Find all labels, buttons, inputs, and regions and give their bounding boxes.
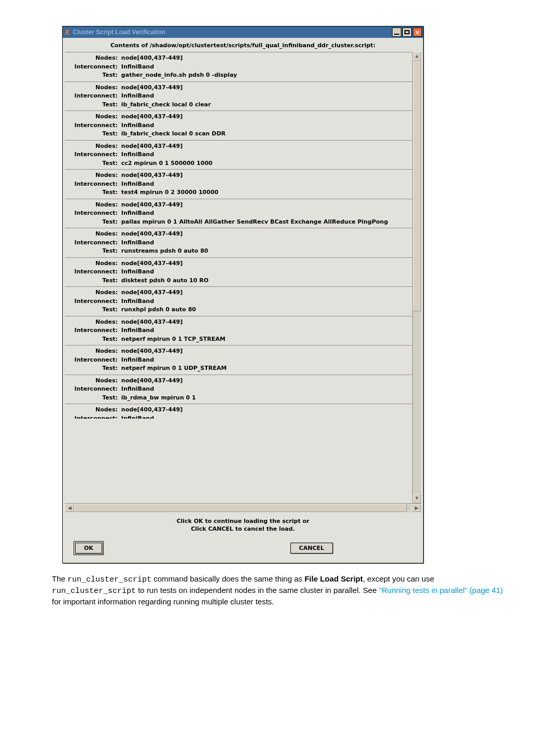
horizontal-scrollbar[interactable]: ◀ ▶ bbox=[65, 503, 421, 512]
script-entry: Nodes: node[400,437-449]Interconnect: In… bbox=[65, 169, 412, 199]
script-entry: Nodes: node[400,437-449]Interconnect: In… bbox=[65, 140, 412, 170]
script-entry: Nodes: node[400,437-449]Interconnect: In… bbox=[65, 345, 412, 375]
vscroll-thumb[interactable] bbox=[413, 61, 421, 311]
window-title: Cluster Script Load Verification bbox=[73, 29, 165, 36]
body-paragraph: The run_cluster_script command basically… bbox=[52, 574, 508, 607]
hscroll-thumb[interactable] bbox=[74, 504, 407, 512]
dialog-window: X Cluster Script Load Verification × Con… bbox=[62, 26, 424, 563]
scroll-right-icon[interactable]: ▶ bbox=[412, 504, 421, 512]
script-entry: Nodes: node[400,437-449]Interconnect: In… bbox=[65, 81, 412, 111]
titlebar: X Cluster Script Load Verification × bbox=[63, 26, 423, 38]
maximize-icon[interactable] bbox=[402, 27, 412, 37]
script-entry-partial: Nodes: node[400,437-449]Interconnect: In… bbox=[65, 404, 412, 420]
script-entry: Nodes: node[400,437-449]Interconnect: In… bbox=[65, 228, 412, 257]
vertical-scrollbar[interactable]: ▲ ▼ bbox=[412, 52, 421, 503]
prompt-text: Click OK to continue loading the script … bbox=[65, 512, 421, 543]
close-icon[interactable]: × bbox=[413, 27, 422, 37]
scroll-down-icon[interactable]: ▼ bbox=[413, 494, 421, 503]
scroll-up-icon[interactable]: ▲ bbox=[413, 52, 421, 61]
script-entry: Nodes: node[400,437-449]Interconnect: In… bbox=[65, 286, 412, 316]
running-tests-parallel-link[interactable]: "Running tests in parallel" (page 41) bbox=[379, 586, 503, 595]
ok-button[interactable]: OK bbox=[75, 543, 102, 554]
app-icon: X bbox=[65, 28, 69, 36]
cancel-button[interactable]: CANCEL bbox=[290, 543, 333, 554]
script-entry: Nodes: node[400,437-449]Interconnect: In… bbox=[65, 199, 412, 228]
script-list: Nodes: node[400,437-449]Interconnect: In… bbox=[65, 52, 412, 503]
script-entry: Nodes: node[400,437-449]Interconnect: In… bbox=[65, 110, 412, 140]
script-entry: Nodes: node[400,437-449]Interconnect: In… bbox=[65, 257, 412, 287]
script-entry: Nodes: node[400,437-449]Interconnect: In… bbox=[65, 316, 412, 346]
script-entry: Nodes: node[400,437-449]Interconnect: In… bbox=[65, 52, 412, 81]
contents-heading: Contents of /shadow/opt/clustertest/scri… bbox=[65, 40, 421, 52]
minimize-icon[interactable] bbox=[392, 27, 401, 37]
script-entry: Nodes: node[400,437-449]Interconnect: In… bbox=[65, 375, 412, 404]
scroll-left-icon[interactable]: ◀ bbox=[65, 504, 74, 512]
